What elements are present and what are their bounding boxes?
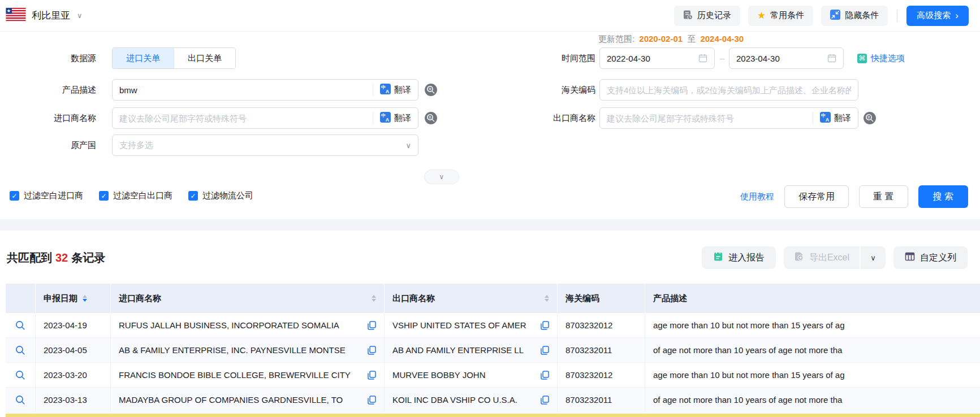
filter-blank-exporter-checkbox[interactable]: ✓ 过滤空白出口商	[99, 190, 172, 201]
chevron-down-icon: ∨	[870, 254, 876, 262]
calendar-icon[interactable]	[827, 54, 836, 63]
copy-icon[interactable]	[541, 346, 549, 355]
cell-date: 2023-04-19	[44, 320, 87, 330]
translate-button[interactable]: 中 A 翻译	[813, 112, 851, 124]
date-start-input[interactable]: 2022-04-30	[599, 47, 715, 69]
view-detail-icon[interactable]	[15, 370, 25, 380]
translate-label: 翻译	[394, 113, 411, 124]
columns-icon	[905, 251, 915, 264]
cell-importer: FRANCIS BONDOE BIBLE COLLEGE, BREWERVILL…	[119, 370, 362, 380]
header-declare-date[interactable]: 申报日期	[36, 284, 111, 313]
cell-date: 2023-03-13	[44, 395, 87, 405]
view-detail-icon[interactable]	[15, 320, 25, 331]
copy-icon[interactable]	[368, 321, 376, 330]
results-toolbar: 进入报告 导出Excel ∨	[702, 246, 968, 269]
hide-conditions-button[interactable]: 隐藏条件	[821, 6, 888, 26]
exact-match-toggle-icon[interactable]	[424, 83, 438, 97]
country-name: 利比里亚	[32, 9, 70, 22]
favorites-button[interactable]: ★ 常用条件	[748, 6, 813, 26]
product-desc-field: 中 A 翻译	[112, 79, 418, 101]
product-desc-input[interactable]	[119, 85, 368, 95]
exact-match-toggle-icon[interactable]	[424, 111, 438, 125]
filter-blank-importer-checkbox[interactable]: ✓ 过滤空白进口商	[10, 190, 83, 201]
tutorial-link[interactable]: 使用教程	[740, 192, 774, 202]
svg-text:A: A	[826, 117, 830, 123]
importer-input[interactable]	[119, 114, 368, 123]
hs-code-input[interactable]	[607, 85, 851, 95]
advanced-search-label: 高级搜索	[917, 10, 951, 21]
calendar-icon[interactable]	[698, 54, 707, 63]
hs-code-label: 海关编码	[486, 79, 595, 101]
translate-label: 翻译	[394, 85, 411, 95]
copy-icon[interactable]	[541, 371, 549, 380]
update-range: 更新范围: 2020-02-01 至 2024-04-30	[598, 34, 746, 45]
custom-columns-button[interactable]: 自定义列	[893, 246, 968, 269]
header-importer-name[interactable]: 进口商名称	[111, 284, 385, 313]
sort-icon[interactable]	[83, 295, 87, 302]
chevron-down-icon: ∨	[405, 141, 411, 150]
tab-import-declarations[interactable]: 进口关单	[113, 48, 174, 68]
origin-country-placeholder: 支持多选	[119, 140, 405, 151]
sort-icon[interactable]	[545, 295, 549, 302]
history-button[interactable]: 历史记录	[674, 6, 740, 26]
copy-icon[interactable]	[368, 396, 376, 405]
copy-icon[interactable]	[368, 346, 376, 355]
history-label: 历史记录	[697, 10, 731, 21]
chevron-down-icon[interactable]: ∨	[77, 11, 83, 20]
view-detail-icon[interactable]	[15, 345, 25, 355]
save-common-button[interactable]: 保存常用	[784, 185, 849, 208]
copy-icon[interactable]	[368, 371, 376, 380]
cell-importer: RUFUS JALLAH BUSINESS, INCORPORATED SOMA…	[119, 320, 362, 330]
country-selector[interactable]: ★ 利比里亚 ∨	[6, 7, 83, 24]
update-range-start: 2020-02-01	[639, 34, 683, 44]
cell-product: age more than 10 but not more than 15 ye…	[653, 370, 980, 380]
hs-code-field	[599, 79, 858, 101]
export-excel-button[interactable]: 导出Excel	[784, 246, 860, 269]
enter-report-button[interactable]: 进入报告	[702, 246, 776, 269]
translate-button[interactable]: 中 A 翻译	[373, 112, 411, 124]
cell-hs-code: 8703232011	[565, 395, 612, 405]
table-row: 2023-04-05 AB & FAMILY ENTERPRISE, INC. …	[6, 338, 980, 363]
tab-export-declarations[interactable]: 出口关单	[174, 48, 235, 68]
translate-label: 翻译	[834, 113, 851, 124]
star-icon: ★	[757, 11, 766, 20]
export-icon	[794, 251, 804, 264]
filter-logistics-checkbox[interactable]: ✓ 过滤物流公司	[188, 190, 253, 201]
header-exporter-name[interactable]: 出口商名称	[385, 284, 558, 313]
update-range-label: 更新范围:	[598, 34, 634, 44]
translate-icon: 中 A	[380, 112, 391, 124]
advanced-search-button[interactable]: 高级搜索 ›	[906, 6, 969, 26]
sort-icon[interactable]	[372, 295, 376, 302]
filter-label: 过滤空白进口商	[24, 190, 83, 201]
cell-date: 2023-04-05	[44, 345, 87, 355]
importer-label: 进口商名称	[0, 107, 96, 129]
cell-hs-code: 8703232011	[565, 345, 612, 355]
reset-button[interactable]: 重 置	[859, 185, 908, 208]
cell-product: age more than 10 but not more than 15 ye…	[653, 320, 980, 330]
search-button[interactable]: 搜 索	[918, 185, 968, 208]
cell-importer: AB & FAMILY ENTERPRISE, INC. PAYNESVILLE…	[119, 345, 362, 355]
view-detail-icon[interactable]	[15, 395, 25, 405]
importer-field: 中 A 翻译	[112, 107, 418, 129]
results-table: 申报日期 进口商名称 出口商名称 海关编码 产品描	[6, 284, 980, 417]
update-range-end: 2024-04-30	[700, 34, 744, 44]
filter-checkboxes: ✓ 过滤空白进口商 ✓ 过滤空白出口商 ✓ 过滤物流公司	[10, 190, 253, 201]
quick-options-label: 快捷选项	[871, 53, 905, 64]
exporter-input[interactable]	[607, 114, 808, 123]
custom-columns-label: 自定义列	[920, 252, 956, 264]
date-end-input[interactable]: 2023-04-30	[729, 47, 844, 69]
translate-button[interactable]: 中 A 翻译	[373, 84, 411, 96]
date-end-value: 2023-04-30	[736, 54, 780, 63]
quick-options-button[interactable]: ⌘ 快捷选项	[857, 47, 905, 69]
expand-more-conditions-button[interactable]: ∨	[424, 170, 459, 184]
export-options-button[interactable]: ∨	[860, 246, 886, 269]
header-product-desc: 产品描述	[645, 284, 980, 313]
cell-product: of age not more than 10 years of age not…	[653, 395, 980, 405]
exact-match-toggle-icon[interactable]	[863, 111, 877, 125]
origin-country-select[interactable]: 支持多选 ∨	[112, 134, 418, 156]
results-count: 32	[55, 251, 68, 264]
copy-icon[interactable]	[541, 321, 549, 330]
export-excel-label: 导出Excel	[809, 252, 849, 264]
copy-icon[interactable]	[541, 396, 549, 405]
data-source-tabs: 进口关单 出口关单	[112, 47, 236, 69]
